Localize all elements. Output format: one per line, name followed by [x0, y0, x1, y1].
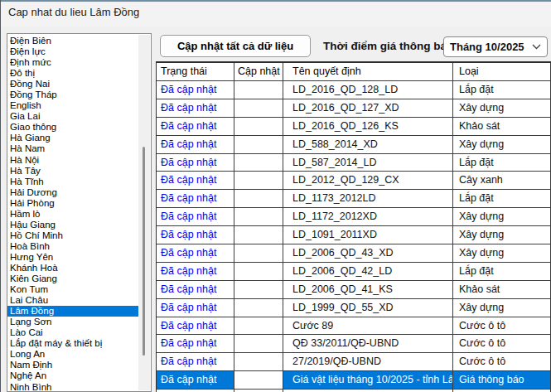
decision-name-cell[interactable]: LD_1173_2012LD [283, 190, 453, 208]
decision-name-cell[interactable]: LD_2006_QD_41_KS [283, 281, 453, 299]
list-item[interactable]: Giao thông [7, 122, 138, 133]
listbox-scrollbar[interactable] [138, 35, 150, 390]
list-item[interactable]: Hà Tây [7, 166, 138, 177]
list-item[interactable]: Hầm lò [7, 209, 138, 220]
decision-name-cell[interactable]: LD_2006_QD_42_LD [283, 263, 453, 281]
status-cell[interactable]: Đã cập nhật [157, 154, 234, 172]
province-listbox[interactable]: Điện BiênĐiện lựcĐịnh mứcĐô thịĐồng NaiĐ… [7, 33, 152, 392]
update-cell[interactable] [234, 244, 283, 263]
type-cell[interactable]: Giá thông báo [453, 371, 551, 390]
type-cell[interactable]: Xây dựng [453, 299, 551, 317]
type-cell[interactable]: Lắp đặt [453, 81, 551, 99]
decision-name-cell[interactable]: LD_2016_QD_128_LD [283, 81, 453, 99]
list-item[interactable]: Lắp đặt máy & thiết bị [7, 338, 138, 349]
status-cell[interactable]: Đã cập nhật [157, 263, 234, 281]
list-item[interactable]: Long An [7, 349, 138, 360]
status-cell[interactable]: Đã cập nhật [157, 371, 234, 390]
list-item[interactable]: Nam Định [7, 360, 138, 370]
status-cell[interactable]: Đã cập nhật [157, 335, 234, 353]
list-item[interactable]: Hải Dương [7, 187, 138, 198]
status-cell[interactable]: Đã cập nhật [157, 281, 234, 299]
list-item[interactable]: Hà Nam [7, 143, 138, 154]
list-item[interactable]: Hoà Bình [7, 241, 138, 252]
table-row[interactable]: Đã cập nhật LD_588_2014_XD Xây dựng [157, 136, 551, 154]
update-cell[interactable] [234, 317, 283, 336]
update-cell[interactable] [234, 281, 283, 299]
decision-name-cell[interactable]: QĐ 33/2011/QĐ-UBND [283, 335, 453, 353]
list-item[interactable]: Hậu Giang [7, 220, 138, 230]
decision-name-cell[interactable]: Cước 89 [283, 317, 453, 336]
status-cell[interactable]: Đã cập nhật [157, 353, 234, 371]
list-item[interactable]: Đồng Nai [7, 79, 138, 90]
type-cell[interactable]: Xây dựng [453, 99, 551, 118]
column-header[interactable]: Tên quyết định [283, 63, 453, 81]
list-item[interactable]: Hồ Chí Minh [7, 230, 138, 241]
status-cell[interactable]: Đã cập nhật [157, 317, 234, 336]
table-row[interactable]: Đã cập nhật LD_2012_QD_129_CX Cây xanh [157, 172, 551, 190]
list-item[interactable]: Định mức [7, 57, 138, 68]
list-item[interactable]: Hà Nội [7, 155, 138, 166]
column-header[interactable]: Trạng thái [157, 63, 234, 81]
table-row[interactable]: Đã cập nhật LD_2006_QD_42_LD Lắp đặt [157, 263, 551, 281]
table-row[interactable]: Đã cập nhật LD_1091_2011XD Xây dựng [157, 226, 551, 244]
type-cell[interactable]: Lắp đặt [453, 190, 551, 208]
type-cell[interactable]: Khảo sát [453, 118, 551, 136]
list-item[interactable]: Lào Cai [7, 327, 138, 338]
table-row[interactable]: Đã cập nhật LD_2006_QD_41_KS Khảo sát [157, 281, 551, 299]
table-row[interactable]: Đã cập nhật LD_1173_2012LD Lắp đặt [157, 190, 551, 208]
decision-name-cell[interactable]: LD_2016_QD_126_KS [283, 118, 453, 136]
table-row[interactable]: Đã cập nhật Giá vật liệu tháng 10/2025 -… [157, 371, 551, 390]
status-cell[interactable]: Đã cập nhật [157, 208, 234, 226]
list-item[interactable]: Hà Giang [7, 133, 138, 143]
table-row[interactable]: Đã cập nhật LD_2016_QD_128_LD Lắp đặt [157, 81, 551, 99]
decision-name-cell[interactable]: LD_1172_2012XD [283, 208, 453, 226]
status-cell[interactable]: Đã cập nhật [157, 190, 234, 208]
table-row[interactable]: Đã cập nhật LD_2016_QD_126_KS Khảo sát [157, 118, 551, 136]
period-dropdown[interactable]: Tháng 10/2025 [443, 36, 548, 57]
update-cell[interactable] [234, 190, 283, 208]
table-row[interactable]: Đã cập nhật LD_1172_2012XD Xây dựng [157, 208, 551, 226]
decision-name-cell[interactable]: LD_2016_QD_127_XD [283, 99, 453, 118]
status-cell[interactable]: Đã cập nhật [157, 99, 234, 118]
status-cell[interactable]: Đã cập nhật [157, 81, 234, 99]
status-cell[interactable]: Đã cập nhật [157, 226, 234, 244]
list-item[interactable]: Khánh Hoà [7, 263, 138, 273]
table-row[interactable]: Đã cập nhật Cước 89 Cước ô tô [157, 317, 551, 336]
status-cell[interactable]: Đã cập nhật [157, 244, 234, 263]
status-cell[interactable]: Đã cập nhật [157, 118, 234, 136]
type-cell[interactable]: Xây dựng [453, 244, 551, 263]
update-cell[interactable] [234, 99, 283, 118]
list-item[interactable]: Đồng Tháp [7, 90, 138, 100]
list-item[interactable]: Lâm Đồng [7, 306, 138, 317]
update-cell[interactable] [234, 118, 283, 136]
list-item[interactable]: Hà Tĩnh [7, 177, 138, 187]
table-row[interactable]: Đã cập nhật LD_587_2014_LD Lắp đặt [157, 154, 551, 172]
list-item[interactable]: Đô thị [7, 68, 138, 79]
decision-name-cell[interactable]: LD_587_2014_LD [283, 154, 453, 172]
list-item[interactable]: Kon Tum [7, 284, 138, 295]
update-cell[interactable] [234, 172, 283, 190]
type-cell[interactable]: Xây dựng [453, 136, 551, 154]
update-cell[interactable] [234, 299, 283, 317]
table-row[interactable]: Đã cập nhật LD_2016_QD_127_XD Xây dựng [157, 99, 551, 118]
decision-name-cell[interactable]: 27/2019/QĐ-UBND [283, 353, 453, 371]
decision-name-cell[interactable]: LD_2006_QD_43_XD [283, 244, 453, 263]
column-header[interactable]: Loại [453, 63, 551, 81]
decision-name-cell[interactable]: Giá vật liệu tháng 10/2025 - tỉnh Lâm Đồ… [283, 371, 453, 390]
listbox-scrollbar-thumb[interactable] [143, 147, 145, 356]
list-item[interactable]: Nghệ An [7, 370, 138, 381]
list-item[interactable]: Kiên Giang [7, 273, 138, 284]
update-cell[interactable] [234, 226, 283, 244]
list-item[interactable]: Điện Biên [7, 36, 138, 46]
type-cell[interactable]: Xây dựng [453, 208, 551, 226]
status-cell[interactable]: Đã cập nhật [157, 136, 234, 154]
status-cell[interactable]: Đã cập nhật [157, 172, 234, 190]
list-item[interactable]: English [7, 100, 138, 111]
update-cell[interactable] [234, 335, 283, 353]
update-cell[interactable] [234, 154, 283, 172]
list-item[interactable]: Lạng Sơn [7, 317, 138, 327]
type-cell[interactable]: Lắp đặt [453, 263, 551, 281]
decision-name-cell[interactable]: LD_1999_QD_55_XD [283, 299, 453, 317]
table-row[interactable]: Đã cập nhật 27/2019/QĐ-UBND Cước ô tô [157, 353, 551, 371]
update-cell[interactable] [234, 353, 283, 371]
